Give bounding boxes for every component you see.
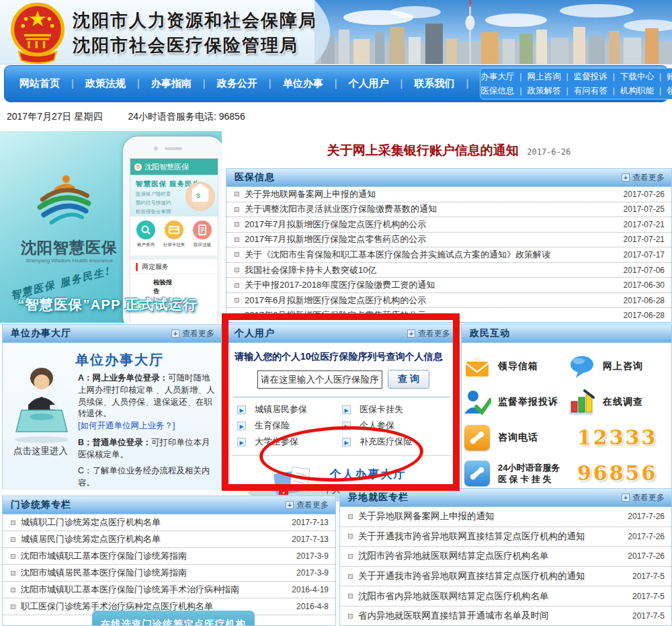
folder-icon bbox=[271, 464, 319, 500]
plus-icon: + bbox=[407, 329, 415, 338]
quick-link[interactable]: 政策解答 bbox=[514, 84, 560, 98]
bullet-icon bbox=[348, 594, 353, 598]
serial-input[interactable] bbox=[257, 370, 382, 389]
nav-item[interactable]: 政务公开 bbox=[217, 77, 283, 90]
news-item[interactable]: 2017年6月拟新增医疗保险定点医疗机构的公示 2017-06-28 bbox=[226, 293, 671, 309]
personal-link[interactable]: ▶ 补充医疗保险 bbox=[342, 434, 447, 450]
arrow-icon: ▶ bbox=[237, 422, 246, 430]
news-item[interactable]: 沈阳市城镇居民基本医疗保险门诊统筹指南 2017-3-9 bbox=[3, 565, 335, 582]
interaction-item-consult[interactable]: 网上咨询 bbox=[566, 354, 671, 379]
nav-item[interactable]: 单位办事 bbox=[283, 77, 349, 90]
interaction-item-survey[interactable]: 在线调查 bbox=[566, 389, 671, 415]
news-item[interactable]: 关于调整沈阳市灵活就业医疗保险缴费基数的通知 2017-07-25 bbox=[226, 202, 671, 218]
news-item[interactable]: 省内异地就医联网直接结算开通城市名单及时间 2017-7-5 bbox=[340, 607, 671, 626]
query-button[interactable]: 查 询 bbox=[388, 370, 429, 389]
personal-links-col2: ▶ 医保卡挂失 ▶ 个人参保 ▶ 补充医疗保险 bbox=[342, 401, 447, 450]
news-item[interactable]: 沈阳市城镇职工基本医疗保险门诊统筹手术治疗病种指南 2016-4-19 bbox=[3, 582, 335, 598]
plus-icon: + bbox=[171, 329, 179, 338]
quick-links-row2: 医保信息政策解答有问有答机构职能领导信箱 bbox=[480, 84, 672, 98]
phone-screen-header: S 沈阳智慧医保 bbox=[130, 159, 218, 175]
phone-icon-label: 账户查询 bbox=[132, 242, 159, 248]
phone-icon-blue bbox=[464, 461, 490, 486]
arrow-icon: ▶ bbox=[342, 405, 351, 414]
news-item[interactable]: 城镇居民门诊统筹定点医疗机构名单 2017-7-13 bbox=[3, 531, 335, 548]
interaction-item-voice[interactable]: 24小时语音服务 医 保 卡 挂 失 bbox=[462, 461, 566, 486]
quick-link[interactable]: 账户查询 bbox=[654, 70, 672, 84]
nav-item[interactable]: 政策法规 bbox=[85, 77, 151, 90]
national-emblem-icon bbox=[8, 1, 67, 67]
personal-link[interactable]: ▶ 城镇居民参保 bbox=[237, 401, 342, 418]
interaction-item-mailbox[interactable]: 领导信箱 bbox=[462, 354, 566, 379]
personal-links-col1: ▶ 城镇居民参保 ▶ 生育保险 ▶ 大学生参保 bbox=[237, 401, 342, 450]
interaction-item-report[interactable]: 监督举报投诉 bbox=[462, 389, 566, 415]
bullet-icon bbox=[348, 614, 353, 619]
view-more-button[interactable]: + 查看更多 bbox=[407, 328, 450, 340]
news-item[interactable]: 沈阳市省内异地就医联网结算定点医疗机构名单 2017-7-5 bbox=[340, 586, 671, 607]
news-item[interactable]: 2017年6月拟新增医疗保险定点零售药店的公示 2017-06-28 bbox=[226, 308, 671, 323]
site-title-line1: 沈阳市人力资源和社会保障局 bbox=[73, 8, 317, 33]
quick-link[interactable]: 领导信箱 bbox=[654, 84, 672, 98]
report-title: 检验报告 bbox=[153, 278, 173, 296]
view-more-button[interactable]: + 查看更多 bbox=[622, 172, 665, 184]
news-item[interactable]: 城镇职工门诊统筹定点医疗机构名单 2017-7-13 bbox=[3, 514, 335, 531]
interaction-item-phone[interactable]: 咨询电话 bbox=[462, 425, 566, 451]
arrow-icon: ▶ bbox=[237, 405, 246, 414]
voice-service-label: 24小时语音服务 医 保 卡 挂 失 bbox=[498, 462, 560, 485]
bullet-icon bbox=[11, 571, 15, 576]
app-banner-text: “智慧医保”APP 正式试运行 bbox=[17, 295, 197, 314]
news-item[interactable]: 关于异地联网备案网上申报的通知 2017-07-26 bbox=[226, 187, 671, 202]
personal-link[interactable]: ▶ 个人参保 bbox=[342, 418, 447, 434]
news-item[interactable]: 2017年7月拟新增医疗保险定点医疗机构的公示 2017-07-21 bbox=[226, 217, 671, 233]
view-more-button[interactable]: + 查看更多 bbox=[171, 328, 214, 340]
hands-house-image: S bbox=[185, 182, 215, 211]
panel-personal-user: 个人用户 + 查看更多 请输入您的个人10位医疗保险序列号查询个人信息 查 询 … bbox=[226, 324, 458, 490]
news-item[interactable]: 关于开通我市跨省异地联网直接结算定点医疗机构的通知 2017-7-5 bbox=[340, 567, 671, 587]
personal-link[interactable]: ▶ 大学生参保 bbox=[237, 434, 342, 450]
quick-link[interactable]: 监督投诉 bbox=[561, 70, 607, 84]
site-title-line2: 沈阳市社会医疗保险管理局 bbox=[73, 33, 317, 58]
app-promo-banner[interactable]: 沈阳智慧医保 Shenyang Wisdom Health Insurance … bbox=[0, 131, 222, 323]
app-name-en: Shenyang Wisdom Health Insurance bbox=[12, 258, 126, 264]
quick-links: 办事大厅网上咨询监督投诉下载中心账户查询 医保信息政策解答有问有答机构职能领导信… bbox=[480, 68, 672, 100]
nav-item[interactable]: 办事指南 bbox=[151, 77, 217, 90]
arrow-icon: ▶ bbox=[237, 438, 246, 446]
enter-link[interactable]: 点击这里进入 bbox=[13, 445, 68, 457]
receptionist-image[interactable] bbox=[12, 364, 71, 446]
notice-link[interactable]: 关于网上采集银行账户信息的通知 bbox=[327, 143, 519, 157]
quick-link[interactable]: 医保信息 bbox=[480, 84, 514, 98]
main-nav: 网站首页政策法规办事指南政务公开单位办事个人用户联系我们 办事大厅网上咨询监督投… bbox=[4, 65, 668, 102]
bullet-icon bbox=[235, 252, 239, 257]
bullet-icon bbox=[235, 207, 239, 212]
quick-link[interactable]: 下载中心 bbox=[607, 70, 654, 84]
quick-link[interactable]: 机构职能 bbox=[607, 84, 654, 98]
view-more-button[interactable]: + 查看更多 bbox=[622, 492, 665, 504]
bullet-icon bbox=[235, 268, 239, 272]
nav-item[interactable]: 联系我们 bbox=[414, 77, 480, 90]
quick-link[interactable]: 有问有答 bbox=[561, 84, 607, 98]
quick-link[interactable]: 网上咨询 bbox=[514, 70, 560, 84]
personal-link[interactable]: ▶ 医保卡挂失 bbox=[342, 401, 447, 418]
outpatient-search-button[interactable]: 在线选查门诊统筹定点医疗机构 bbox=[92, 611, 255, 626]
news-item[interactable]: 关于开通我市跨省异地联网直接结算定点医疗机构的通知 2017-7-26 bbox=[340, 527, 671, 547]
plus-icon: + bbox=[622, 173, 630, 182]
news-item[interactable]: 2017年7月拟新增医疗保险定点零售药店的公示 2017-07-21 bbox=[226, 233, 671, 248]
unit-online-link[interactable]: [如何开通单位网上业务？] bbox=[78, 421, 175, 430]
news-item[interactable]: 我国社会保障卡持卡人数突破10亿 2017-07-06 bbox=[226, 263, 671, 278]
quick-link[interactable]: 办事大厅 bbox=[480, 70, 514, 84]
news-item[interactable]: 沈阳市跨省异地就医联网结算定点医疗机构名单 2017-7-26 bbox=[340, 547, 671, 567]
nav-item[interactable]: 个人用户 bbox=[349, 77, 415, 90]
page-header: 沈阳市人力资源和社会保障局 沈阳市社会医疗保险管理局 bbox=[0, 0, 672, 65]
policy-doc-icon bbox=[193, 221, 212, 239]
nav-item[interactable]: 网站首页 bbox=[19, 77, 85, 90]
phone-camera-dot bbox=[154, 147, 158, 151]
news-item[interactable]: 关于《沈阳市生育保险和职工基本医疗保险合并实施试点方案的通知》政策解读 2017… bbox=[226, 247, 671, 263]
view-more-button[interactable]: + 查看更多 bbox=[286, 500, 329, 511]
hotline-number-96856: 96856 bbox=[577, 461, 657, 485]
hotline-text: 24小时语音服务电话: 96856 bbox=[128, 111, 245, 123]
news-item[interactable]: 关于申报2017-2018年度医疗保险缴费工资的通知 2017-06-30 bbox=[226, 278, 671, 293]
news-item[interactable]: 沈阳市城镇职工基本医疗保险门诊统筹指南 2017-3-9 bbox=[3, 548, 335, 565]
personal-link[interactable]: ▶ 生育保险 bbox=[237, 418, 342, 434]
news-item[interactable]: 关于异地联网备案网上申报的通知 2017-7-26 bbox=[340, 507, 671, 527]
panel-title: 异地就医专栏 bbox=[348, 492, 409, 504]
bullet-icon bbox=[235, 313, 239, 318]
